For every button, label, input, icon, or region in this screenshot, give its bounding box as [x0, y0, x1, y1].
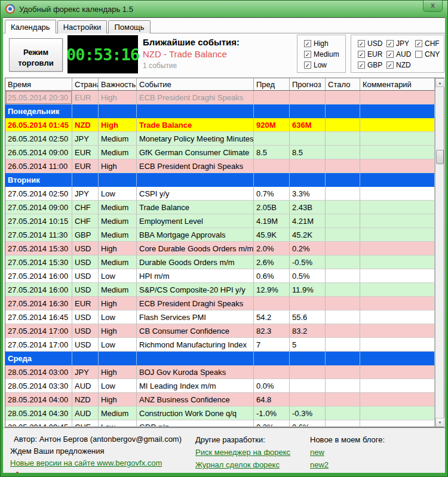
cell-event: Core Durable Goods Orders m/m — [137, 242, 254, 256]
cell-importance: Medium — [99, 228, 137, 242]
scroll-up-icon[interactable]: ▲ — [435, 78, 444, 87]
tab-help[interactable]: Помощь — [108, 20, 150, 33]
event-row[interactable]: 27.05.2014 15:30USDHighCore Durable Good… — [5, 242, 435, 256]
checkbox-icon[interactable]: ✓ — [304, 51, 311, 58]
event-row[interactable]: 26.05.2014 11:00EURHighECB President Dra… — [5, 159, 435, 173]
tab-calendar[interactable]: Календарь — [5, 20, 56, 33]
tab-strip: Календарь Настройки Помощь — [3, 18, 445, 33]
checkbox-icon[interactable]: ✓ — [304, 40, 311, 47]
checkbox-icon[interactable]: ✓ — [304, 61, 311, 69]
currency-checkbox-usd[interactable]: ✓USD — [358, 38, 386, 49]
cell-importance: High — [99, 91, 137, 104]
tab-settings[interactable]: Настройки — [57, 20, 108, 33]
checkbox-icon[interactable] — [415, 51, 422, 58]
scrollbar-thumb[interactable] — [436, 150, 444, 164]
cell-event — [137, 352, 254, 365]
cell-importance: Low — [99, 420, 137, 427]
blog-link-3[interactable]: new3 — [310, 471, 329, 473]
table-body: 25.05.2014 20:30EURHighECB President Dra… — [5, 91, 435, 427]
column-header-importance[interactable]: Важность — [99, 78, 137, 90]
close-button[interactable]: x — [423, 1, 443, 12]
site-link[interactable]: Новые версии на сайте www.bergovfx.com — [10, 457, 162, 469]
currency-checkbox-gbp[interactable]: ✓GBP — [358, 60, 386, 70]
event-row[interactable]: 28.05.2014 09:45CHFLowGDP q/q0.2%0.6% — [5, 420, 435, 427]
event-row[interactable]: 27.05.2014 15:30USDMediumDurable Goods O… — [5, 256, 435, 269]
cell-actual — [326, 324, 360, 338]
event-row[interactable]: 27.05.2014 02:50JPYLowCSPI y/y0.7%3.3% — [5, 187, 435, 201]
event-row[interactable]: 27.05.2014 16:45USDLowFlash Services PMI… — [5, 310, 435, 324]
column-header-country[interactable]: Страна — [72, 78, 99, 90]
event-row[interactable]: 28.05.2014 04:00NZDHighANZ Business Conf… — [5, 393, 435, 407]
cell-event: MI Leading Index m/m — [137, 379, 254, 393]
blog-link-1[interactable]: new — [310, 446, 324, 458]
column-header-time[interactable]: Время — [5, 78, 72, 90]
event-row[interactable]: 27.05.2014 16:30EURHighECB President Dra… — [5, 297, 435, 310]
event-row[interactable]: 25.05.2014 20:30EURHighECB President Dra… — [5, 91, 435, 104]
other-project-link-3[interactable]: Тепловая карта на FxMap.ru — [195, 471, 297, 473]
cell-previous — [254, 352, 290, 365]
importance-checkbox-low[interactable]: ✓Low — [304, 60, 345, 70]
cell-event: Trade Balance — [137, 201, 254, 214]
column-header-forecast[interactable]: Прогноз — [290, 78, 326, 90]
cell-forecast — [290, 365, 326, 379]
importance-checkbox-high[interactable]: ✓High — [304, 38, 345, 49]
cell-importance — [99, 104, 137, 118]
trade-mode-button[interactable]: Режим торговли — [9, 38, 63, 72]
currency-checkbox-eur[interactable]: ✓EUR — [358, 49, 386, 60]
day-header-row[interactable]: Среда — [5, 352, 435, 365]
countdown-clock: 00:53:16 — [67, 35, 138, 73]
cell-actual — [326, 146, 360, 159]
checkbox-icon[interactable]: ✓ — [358, 51, 365, 58]
cell-importance: Low — [99, 187, 137, 201]
checkbox-icon[interactable]: ✓ — [415, 40, 422, 47]
cell-actual — [326, 365, 360, 379]
event-row[interactable]: 27.05.2014 16:00USDMediumS&P/CS Composit… — [5, 283, 435, 297]
cell-time: 27.05.2014 02:50 — [5, 187, 72, 201]
cell-time: 27.05.2014 11:30 — [5, 228, 72, 242]
suggestions-text: Ждем Ваши предложения — [10, 445, 182, 457]
other-project-link-1[interactable]: Риск менеджер на форекс — [195, 446, 290, 458]
cell-country: USD — [72, 338, 99, 352]
event-row[interactable]: 27.05.2014 11:30GBPMediumBBA Mortgage Ap… — [5, 228, 435, 242]
other-project-link-2[interactable]: Журнал сделок форекс — [195, 458, 280, 471]
scroll-down-icon[interactable]: ▼ — [435, 418, 444, 427]
day-header-row[interactable]: Понедельник — [5, 104, 435, 118]
checkbox-icon[interactable]: ✓ — [358, 40, 365, 47]
column-header-previous[interactable]: Пред — [254, 78, 290, 90]
event-row[interactable]: 26.05.2014 02:50JPYMediumMonetary Policy… — [5, 132, 435, 146]
event-row[interactable]: 27.05.2014 17:00USDLowRichmond Manufactu… — [5, 338, 435, 352]
cell-time: 26.05.2014 01:45 — [5, 118, 72, 132]
currency-checkbox-cny[interactable]: CNY — [415, 49, 444, 60]
next-event-row[interactable]: 26.05.2014 01:45NZDHighTrade Balance920M… — [5, 118, 435, 132]
event-row[interactable]: 28.05.2014 03:30AUDLowMI Leading Index m… — [5, 379, 435, 393]
checkbox-icon[interactable]: ✓ — [386, 51, 394, 58]
cell-time: 27.05.2014 09:00 — [5, 201, 72, 214]
cell-forecast: 55.6 — [290, 310, 326, 324]
currency-checkbox-jpy[interactable]: ✓JPY — [386, 38, 415, 49]
event-row[interactable]: 28.05.2014 03:00JPYHighBOJ Gov Kuroda Sp… — [5, 365, 435, 379]
currency-checkbox-nzd[interactable]: ✓NZD — [386, 60, 415, 70]
day-header-row[interactable]: Вторник — [5, 173, 435, 187]
column-header-actual[interactable]: Стало — [326, 78, 360, 90]
currency-checkbox-chf[interactable]: ✓CHF — [415, 38, 444, 49]
column-header-comment[interactable]: Комментарий — [360, 78, 435, 90]
blog-link-2[interactable]: new2 — [310, 458, 329, 471]
event-row[interactable]: 26.05.2014 09:00EURMediumGfK German Cons… — [5, 146, 435, 159]
event-row[interactable]: 27.05.2014 10:15CHFMediumEmployment Leve… — [5, 214, 435, 228]
column-header-event[interactable]: Событие — [137, 78, 254, 90]
event-row[interactable]: 27.05.2014 16:00USDLowHPI m/m0.6%0.5% — [5, 269, 435, 283]
cell-time: Понедельник — [5, 104, 72, 118]
checkbox-icon[interactable]: ✓ — [386, 61, 394, 69]
checkbox-icon[interactable]: ✓ — [358, 61, 365, 69]
event-row[interactable]: 27.05.2014 17:00USDHighCB Consumer Confi… — [5, 324, 435, 338]
event-row[interactable]: 27.05.2014 09:00CHFMediumTrade Balance2.… — [5, 201, 435, 214]
importance-checkbox-medium[interactable]: ✓Medium — [304, 49, 345, 60]
currency-checkbox-aud[interactable]: ✓AUD — [386, 49, 415, 60]
cell-comment — [360, 338, 435, 352]
cell-forecast — [290, 393, 326, 407]
cell-importance: Medium — [99, 256, 137, 269]
vertical-scrollbar[interactable]: ▲ ▼ — [435, 78, 444, 427]
checkbox-icon[interactable]: ✓ — [386, 40, 394, 47]
cell-previous — [254, 91, 290, 104]
event-row[interactable]: 28.05.2014 04:30AUDMediumConstruction Wo… — [5, 407, 435, 420]
